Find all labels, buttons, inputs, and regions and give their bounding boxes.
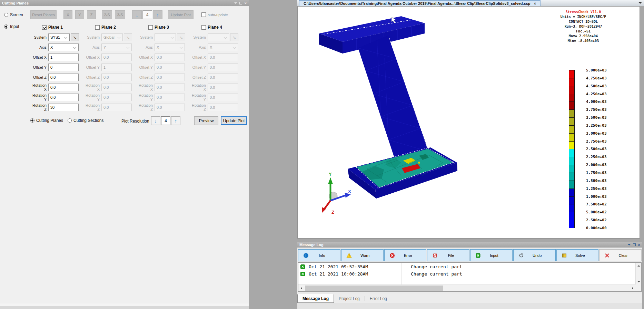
horizontal-scrollbar[interactable]: [298, 284, 635, 291]
panel-close-icon[interactable]: ×: [638, 243, 640, 247]
reset-planes-button[interactable]: Reset Planes: [30, 10, 57, 19]
scrollbar-thumb[interactable]: [305, 286, 443, 291]
spinner-value[interactable]: 4: [142, 10, 152, 19]
plane1-rotation-y-input[interactable]: 0.0: [48, 94, 79, 101]
resolution-down-button[interactable]: ↓: [151, 116, 160, 125]
plane3-offset-z-input[interactable]: 0.0: [155, 74, 185, 81]
cutting-planes-radio[interactable]: Cutting Planes: [30, 118, 63, 123]
plane1-offset-y-input[interactable]: 0: [48, 64, 79, 71]
tab-project-log[interactable]: Project Log: [334, 294, 365, 303]
tab-error-log[interactable]: Error Log: [365, 294, 392, 303]
screen-radio-circle[interactable]: [4, 13, 8, 17]
tab-list-dropdown-icon[interactable]: [638, 2, 642, 6]
three-s-button[interactable]: 3-S: [115, 10, 125, 19]
plane2-rotation-z-input[interactable]: 0.0: [101, 104, 132, 111]
cutting-sections-radio[interactable]: Cutting Sections: [68, 118, 103, 123]
info-filter-button[interactable]: Info: [298, 249, 340, 261]
plane4-axis-select[interactable]: X: [208, 44, 238, 51]
run-dof-label: Run=3, DOF=2012947: [539, 25, 627, 28]
screen-mode-radio[interactable]: Screen: [4, 12, 23, 17]
panel-pin-icon[interactable]: [633, 243, 636, 246]
plane2-system-pick-button[interactable]: ↘: [124, 33, 132, 41]
plane-y-button[interactable]: Y: [75, 10, 84, 19]
message-log-titlebar[interactable]: Message Log ×: [297, 242, 642, 248]
error-filter-button[interactable]: Error: [384, 249, 427, 261]
plane2-offset-z-input[interactable]: 0.0: [101, 74, 132, 81]
plane1-axis-select[interactable]: X: [48, 44, 79, 51]
panel-pin-icon[interactable]: [239, 2, 242, 4]
auto-update-checkbox[interactable]: [201, 12, 206, 17]
panel-close-icon[interactable]: ×: [245, 1, 247, 5]
plane3-system-select[interactable]: [155, 33, 176, 41]
spinner-down-button[interactable]: ↓: [132, 10, 142, 19]
plane-x-button[interactable]: X: [63, 10, 72, 19]
scroll-down-button[interactable]: [636, 279, 642, 284]
input-filter-button[interactable]: Input: [470, 249, 513, 261]
update-plot-top-button[interactable]: Update Plot: [168, 10, 194, 19]
plane1-rotation-z-input[interactable]: 30: [48, 104, 79, 111]
tab-message-log[interactable]: Message Log: [297, 294, 334, 303]
clear-log-button[interactable]: Clear: [599, 249, 642, 261]
spinner-up-button[interactable]: ↑: [153, 10, 162, 19]
input-radio-circle[interactable]: [4, 25, 8, 29]
plane4-checkbox[interactable]: [201, 25, 206, 30]
plane-z-button[interactable]: Z: [87, 10, 96, 19]
update-plot-button[interactable]: Update Plot: [221, 116, 247, 125]
plane4-offset-x-input[interactable]: 0.0: [208, 54, 238, 61]
plane2-rotation-x-input[interactable]: 0.0: [101, 84, 132, 91]
plane4-rotation-y-input[interactable]: 0.0: [208, 94, 238, 101]
warn-filter-button[interactable]: Warn: [341, 249, 384, 261]
plane4-offset-y-input[interactable]: 0.0: [208, 64, 238, 71]
preview-button[interactable]: Preview: [194, 116, 218, 125]
resolution-up-button[interactable]: ↑: [171, 116, 180, 125]
message-log-list[interactable]: Oct 21 2021 09:52:35AM Change current pa…: [298, 262, 642, 292]
cutting-planes-radio-circle[interactable]: [30, 118, 34, 123]
plane2-offset-y-input[interactable]: 1: [101, 64, 132, 71]
cutting-planes-titlebar[interactable]: Cutting Planes ×: [0, 0, 249, 6]
plane4-rotation-z-input[interactable]: 0.0: [208, 104, 238, 111]
solve-filter-button[interactable]: Solve: [556, 249, 599, 261]
plane1-rotation-x-input[interactable]: 0.0: [48, 84, 79, 91]
scroll-right-button[interactable]: [630, 285, 635, 291]
plane3-rotation-z-input[interactable]: 0.0: [155, 104, 185, 111]
scroll-left-button[interactable]: [298, 285, 304, 291]
plane2-axis-select[interactable]: Y: [101, 44, 132, 51]
plane4-offset-z-input[interactable]: 0.0: [208, 74, 238, 81]
plane1-system-select[interactable]: SYS1: [48, 33, 70, 41]
rotation-y-label: Rotation Y: [136, 93, 155, 102]
file-filter-button[interactable]: File: [427, 249, 469, 261]
plane4-rotation-x-input[interactable]: 0.0: [208, 84, 238, 91]
plane2-offset-x-input[interactable]: 0.0: [101, 54, 132, 61]
plane4-system-select[interactable]: [208, 33, 229, 41]
plane3-rotation-y-input[interactable]: 0.0: [155, 94, 185, 101]
cutting-sections-radio-circle[interactable]: [68, 118, 72, 123]
plane1-checkbox[interactable]: [42, 25, 47, 30]
undo-filter-button[interactable]: Undo: [513, 249, 556, 261]
panel-menu-icon[interactable]: [628, 244, 631, 247]
log-row[interactable]: Oct 21 2021 10:00:28AM Change current pa…: [298, 271, 641, 277]
input-mode-radio[interactable]: Input: [4, 24, 19, 29]
plane3-offset-x-input[interactable]: 0.0: [155, 54, 185, 61]
plane1-offset-x-input[interactable]: 1: [48, 54, 79, 61]
panel-menu-icon[interactable]: [234, 2, 237, 5]
two-s-button[interactable]: 2-S: [102, 10, 112, 19]
plane2-checkbox[interactable]: [95, 25, 100, 30]
model-viewport[interactable]: Y X Z StressCheck V11.0 Units = INCH/LBF…: [297, 6, 640, 239]
plane1-offset-z-input[interactable]: 0.0: [48, 74, 79, 81]
plane1-system-pick-button[interactable]: ↘: [71, 33, 79, 41]
plane2-rotation-y-input[interactable]: 0.0: [101, 94, 132, 101]
plane3-system-pick-button[interactable]: ↘: [177, 33, 185, 41]
log-row[interactable]: Oct 21 2021 09:52:35AM Change current pa…: [298, 263, 641, 270]
plane3-rotation-x-input[interactable]: 0.0: [155, 84, 185, 91]
plane3-axis-select[interactable]: X: [155, 44, 185, 51]
document-tab[interactable]: C:\Users\blancaster\Documents\Training\F…: [299, 0, 541, 6]
scroll-up-button[interactable]: [636, 263, 642, 269]
plane3-checkbox[interactable]: [148, 25, 153, 30]
tab-close-icon[interactable]: ×: [534, 1, 536, 6]
resolution-value[interactable]: 4: [161, 116, 170, 125]
function-label: Fnc.=S1: [539, 29, 627, 33]
plane4-system-pick-button[interactable]: ↘: [230, 33, 238, 41]
plane2-system-select[interactable]: Global: [101, 33, 123, 41]
plane3-offset-y-input[interactable]: 0.0: [155, 64, 185, 71]
vertical-scrollbar[interactable]: [635, 263, 641, 284]
